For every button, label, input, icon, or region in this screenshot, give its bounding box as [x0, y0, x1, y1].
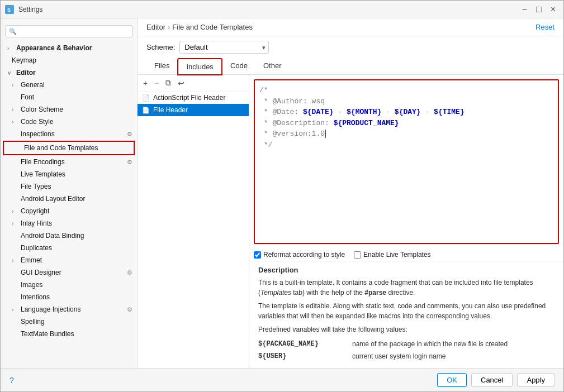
sidebar-item-emmet[interactable]: › Emmet	[1, 254, 137, 266]
sidebar-item-label: Inspections	[21, 130, 55, 138]
tab-code[interactable]: Code	[222, 58, 255, 75]
sidebar-item-gui-designer[interactable]: GUI Designer ⚙	[1, 266, 137, 279]
sidebar-item-label: Keymap	[12, 56, 36, 64]
sidebar-item-label: Android Data Binding	[21, 232, 84, 240]
sidebar-item-images[interactable]: Images	[1, 279, 137, 291]
sidebar-item-label: Font	[21, 93, 34, 101]
scheme-select[interactable]: Default Project	[179, 41, 269, 54]
sidebar-item-label: Emmet	[21, 256, 42, 264]
help-button[interactable]: ?	[10, 376, 14, 385]
sidebar-item-file-types[interactable]: File Types	[1, 180, 137, 193]
sidebar-item-general[interactable]: › General	[1, 79, 137, 91]
breadcrumb: Editor › File and Code Templates	[146, 23, 253, 31]
sidebar-item-label: Language Injections	[21, 305, 80, 313]
sidebar-item-live-templates[interactable]: Live Templates	[1, 168, 137, 180]
reset-button[interactable]: Reset	[535, 23, 554, 31]
live-templates-checkbox[interactable]	[354, 251, 361, 259]
reformat-label: Reformat according to style	[263, 251, 345, 259]
tab-includes[interactable]: Includes	[177, 58, 222, 75]
scheme-label: Scheme:	[146, 43, 175, 51]
sidebar-item-spelling[interactable]: Spelling	[1, 315, 137, 328]
sidebar-item-inspections[interactable]: Inspections ⚙	[1, 128, 137, 140]
add-template-button[interactable]: +	[141, 78, 150, 89]
sidebar-item-label: General	[21, 81, 45, 89]
bottom-bar: ? OK Cancel Apply	[1, 368, 563, 391]
sidebar-item-keymap[interactable]: Keymap	[1, 54, 137, 66]
sidebar-item-color-scheme[interactable]: › Color Scheme	[1, 103, 137, 116]
file-icon: 📄	[142, 107, 150, 114]
breadcrumb-page: File and Code Templates	[172, 23, 253, 31]
scheme-row: Scheme: Default Project	[138, 36, 563, 58]
sidebar-item-font[interactable]: Font	[1, 91, 137, 103]
apply-button[interactable]: Apply	[517, 373, 554, 387]
code-line: /*	[259, 85, 553, 96]
search-icon: 🔍	[9, 28, 17, 35]
sidebar-item-language-injections[interactable]: › Language Injections ⚙	[1, 303, 137, 315]
ok-button[interactable]: OK	[437, 373, 467, 387]
code-line: * @version:1.0	[259, 128, 553, 140]
breadcrumb-separator: ›	[168, 23, 170, 31]
code-editor-area: /* * @Author: wsq * @Date: ${DATE} - ${M…	[249, 75, 563, 368]
sidebar-item-label: Android Layout Editor	[21, 195, 85, 203]
sidebar-item-label: Intentions	[21, 293, 50, 301]
settings-window: S Settings − □ × 🔍 › Appearance & Behavi…	[0, 0, 564, 392]
sidebar-item-label: Editor	[16, 69, 36, 77]
chevron-icon: ›	[12, 82, 18, 88]
sidebar-item-appearance[interactable]: › Appearance & Behavior	[1, 42, 137, 54]
reformat-checkbox[interactable]	[254, 251, 261, 259]
file-list-toolbar: + − ⧉ ↩	[138, 75, 249, 92]
sidebar-item-code-style[interactable]: › Code Style	[1, 116, 137, 128]
main-area: 🔍 › Appearance & Behavior Keymap ∨ Edito…	[1, 18, 563, 368]
app-icon: S	[5, 5, 14, 14]
content-panel: Editor › File and Code Templates Reset S…	[138, 18, 563, 368]
file-item-label: File Header	[153, 106, 188, 114]
sidebar: 🔍 › Appearance & Behavior Keymap ∨ Edito…	[1, 18, 138, 368]
code-line: */	[259, 140, 553, 151]
chevron-icon: ›	[12, 119, 18, 125]
code-editor[interactable]: /* * @Author: wsq * @Date: ${DATE} - ${M…	[254, 79, 559, 244]
sidebar-item-file-and-code-templates[interactable]: File and Code Templates	[3, 141, 135, 155]
indicator-icon: ⚙	[127, 131, 132, 138]
minimize-button[interactable]: −	[519, 4, 530, 15]
variables-table: ${PACKAGE_NAME} name of the package in w…	[258, 339, 554, 361]
sidebar-item-intentions[interactable]: Intentions	[1, 291, 137, 303]
file-item-file-header[interactable]: 📄 File Header	[138, 104, 249, 116]
chevron-icon: ›	[12, 208, 18, 214]
var-desc: name of the package in which the new fil…	[352, 339, 508, 349]
sidebar-item-label: Code Style	[21, 118, 54, 126]
cancel-button[interactable]: Cancel	[471, 373, 513, 387]
sidebar-item-editor[interactable]: ∨ Editor	[1, 66, 137, 79]
var-desc: current user system login name	[352, 351, 445, 361]
var-name: ${USER}	[258, 351, 348, 361]
search-box[interactable]: 🔍	[5, 25, 132, 37]
live-templates-checkbox-label[interactable]: Enable Live Templates	[354, 251, 431, 259]
chevron-icon: ›	[12, 107, 18, 113]
variable-row: ${USER} current user system login name	[258, 351, 554, 361]
sidebar-item-label: Spelling	[21, 318, 45, 326]
sidebar-item-label: File and Code Templates	[24, 144, 98, 152]
tab-other[interactable]: Other	[255, 58, 290, 75]
reformat-checkbox-label[interactable]: Reformat according to style	[254, 251, 345, 259]
sidebar-item-copyright[interactable]: › Copyright	[1, 205, 137, 217]
sidebar-item-inlay-hints[interactable]: › Inlay Hints	[1, 217, 137, 230]
var-name: ${PACKAGE_NAME}	[258, 339, 348, 349]
sidebar-item-label: Live Templates	[21, 170, 65, 178]
search-input[interactable]	[19, 27, 129, 35]
tab-files[interactable]: Files	[146, 58, 177, 75]
file-item-actionscript[interactable]: 📄 ActionScript File Header	[138, 92, 249, 104]
window-title: Settings	[18, 6, 514, 13]
sidebar-item-file-encodings[interactable]: File Encodings ⚙	[1, 156, 137, 168]
sidebar-item-textmate-bundles[interactable]: TextMate Bundles	[1, 328, 137, 340]
sidebar-item-android-data-binding[interactable]: Android Data Binding	[1, 230, 137, 242]
chevron-icon: ›	[12, 221, 18, 227]
reset-template-button[interactable]: ↩	[176, 78, 187, 89]
remove-template-button[interactable]: −	[152, 78, 161, 89]
maximize-button[interactable]: □	[533, 4, 545, 15]
copy-template-button[interactable]: ⧉	[163, 77, 173, 89]
sidebar-item-android-layout-editor[interactable]: Android Layout Editor	[1, 193, 137, 205]
chevron-icon: ›	[7, 45, 14, 51]
chevron-icon: ∨	[7, 70, 14, 76]
sidebar-item-duplicates[interactable]: Duplicates	[1, 242, 137, 254]
close-button[interactable]: ×	[547, 4, 559, 15]
sidebar-item-label: Inlay Hints	[21, 219, 52, 227]
